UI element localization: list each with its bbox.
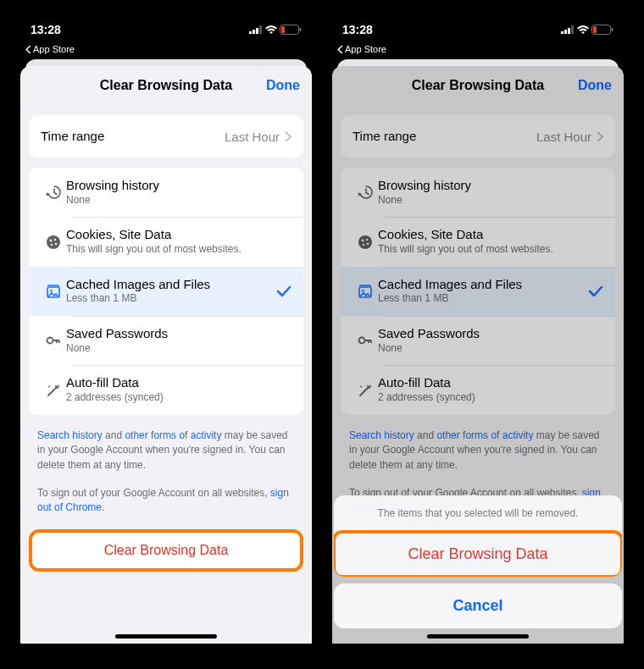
row-title: Cached Images and Files xyxy=(66,277,276,293)
row-title: Saved Passwords xyxy=(378,326,603,342)
svg-rect-2 xyxy=(256,28,258,34)
row-title: Cookies, Site Data xyxy=(66,227,291,243)
fineprint-1: Search history and other forms of activi… xyxy=(20,415,312,473)
svg-point-23 xyxy=(362,239,364,241)
sheet-header: Clear Browsing Data Done xyxy=(20,66,312,105)
home-indicator[interactable] xyxy=(427,634,529,639)
sheet-header: Clear Browsing Data Done xyxy=(332,66,624,105)
data-type-row[interactable]: Cookies, Site DataThis will sign you out… xyxy=(29,217,303,266)
svg-rect-20 xyxy=(612,28,613,31)
breadcrumb-label: App Store xyxy=(33,44,75,54)
phone-right: 13:28 App Store Clear Browsing Data Done… xyxy=(327,17,629,644)
timerange-row[interactable]: Time range Last Hour xyxy=(29,115,303,158)
svg-rect-16 xyxy=(564,30,567,34)
svg-point-10 xyxy=(55,242,58,245)
row-title: Saved Passwords xyxy=(66,326,291,342)
confirm-clear-button[interactable]: Clear Browsing Data xyxy=(334,532,622,577)
check-icon xyxy=(588,285,603,297)
clear-browsing-data-button[interactable]: Clear Browsing Data xyxy=(31,531,302,570)
svg-point-14 xyxy=(47,338,53,344)
svg-point-28 xyxy=(362,290,364,291)
sheet-stack: Clear Browsing Data Done Time range Last… xyxy=(327,59,629,644)
signal-icon xyxy=(561,25,575,34)
status-time: 13:28 xyxy=(31,23,61,36)
sheet: Clear Browsing Data Done Time range Last… xyxy=(20,66,312,644)
data-type-row[interactable]: Browsing historyNone xyxy=(341,168,615,217)
data-type-row[interactable]: Saved PasswordsNone xyxy=(341,316,615,365)
data-type-row[interactable]: Cached Images and FilesLess than 1 MB xyxy=(341,267,615,316)
svg-rect-18 xyxy=(571,25,574,34)
action-sheet-main: The items that you selected will be remo… xyxy=(334,495,622,577)
timerange-group: Time range Last Hour xyxy=(29,115,303,158)
svg-point-22 xyxy=(358,235,372,249)
action-sheet: The items that you selected will be remo… xyxy=(334,495,622,635)
back-caret-icon xyxy=(25,46,31,53)
row-subtitle: 2 addresses (synced) xyxy=(66,391,291,405)
data-type-row[interactable]: Saved PasswordsNone xyxy=(29,316,303,365)
done-button[interactable]: Done xyxy=(266,78,300,93)
fineprint-1: Search history and other forms of activi… xyxy=(332,415,624,473)
row-subtitle: 2 addresses (synced) xyxy=(378,391,603,405)
cookie-icon xyxy=(41,234,66,251)
wifi-icon xyxy=(576,25,590,35)
cookie-icon xyxy=(353,234,378,251)
svg-rect-5 xyxy=(300,28,302,31)
data-types-group: Browsing historyNoneCookies, Site DataTh… xyxy=(29,168,303,415)
data-type-row[interactable]: Auto-fill Data2 addresses (synced) xyxy=(341,365,615,414)
breadcrumb[interactable]: App Store xyxy=(327,42,629,59)
action-sheet-cancel-group: Cancel xyxy=(334,583,622,628)
sheet-stack: Clear Browsing Data Done Time range Last… xyxy=(15,59,317,644)
other-activity-link[interactable]: other forms of activity xyxy=(436,429,533,441)
history-icon xyxy=(41,184,66,201)
row-title: Auto-fill Data xyxy=(66,375,291,391)
timerange-row[interactable]: Time range Last Hour xyxy=(341,115,615,158)
status-bar: 13:28 xyxy=(15,17,317,42)
row-title: Cookies, Site Data xyxy=(378,227,603,243)
svg-point-9 xyxy=(54,238,56,240)
breadcrumb[interactable]: App Store xyxy=(15,42,317,59)
status-time: 13:28 xyxy=(342,23,373,36)
other-activity-link[interactable]: other forms of activity xyxy=(125,429,221,441)
status-indicators xyxy=(561,25,613,35)
battery-icon xyxy=(591,25,613,35)
data-type-row[interactable]: Cached Images and FilesLess than 1 MB xyxy=(29,267,303,316)
row-title: Cached Images and Files xyxy=(378,277,588,293)
cancel-button[interactable]: Cancel xyxy=(334,583,622,628)
home-indicator[interactable] xyxy=(115,634,217,639)
row-title: Browsing history xyxy=(66,178,291,194)
svg-point-24 xyxy=(366,238,368,240)
status-indicators xyxy=(249,25,302,35)
svg-rect-21 xyxy=(593,26,597,33)
history-icon xyxy=(353,184,378,201)
svg-point-8 xyxy=(50,239,53,241)
row-subtitle: This will sign you out of most websites. xyxy=(66,243,291,257)
fineprint-2: To sign out of your Google Account on al… xyxy=(20,473,312,516)
row-subtitle: None xyxy=(378,342,603,356)
action-sheet-message: The items that you selected will be remo… xyxy=(334,495,622,532)
status-bar: 13:28 xyxy=(327,17,629,42)
data-type-row[interactable]: Browsing historyNone xyxy=(29,168,303,217)
breadcrumb-label: App Store xyxy=(345,44,386,54)
done-button[interactable]: Done xyxy=(578,78,612,93)
chevron-right-icon xyxy=(285,131,291,142)
svg-rect-0 xyxy=(249,31,252,34)
timerange-label: Time range xyxy=(41,129,225,145)
data-type-row[interactable]: Cookies, Site DataThis will sign you out… xyxy=(341,217,615,266)
search-history-link[interactable]: Search history xyxy=(349,429,414,441)
wand-icon xyxy=(353,382,378,399)
svg-point-11 xyxy=(51,243,53,245)
svg-point-25 xyxy=(367,242,369,245)
row-subtitle: None xyxy=(66,342,291,356)
page-title: Clear Browsing Data xyxy=(412,78,544,93)
svg-rect-3 xyxy=(259,25,262,34)
image-icon xyxy=(41,283,66,300)
chevron-right-icon xyxy=(597,131,603,142)
search-history-link[interactable]: Search history xyxy=(37,429,103,441)
row-subtitle: None xyxy=(66,194,291,207)
timerange-label: Time range xyxy=(353,129,536,145)
wifi-icon xyxy=(264,25,278,35)
back-caret-icon xyxy=(337,46,343,53)
timerange-value: Last Hour xyxy=(536,130,591,144)
svg-rect-6 xyxy=(281,26,285,33)
data-type-row[interactable]: Auto-fill Data2 addresses (synced) xyxy=(29,365,303,414)
